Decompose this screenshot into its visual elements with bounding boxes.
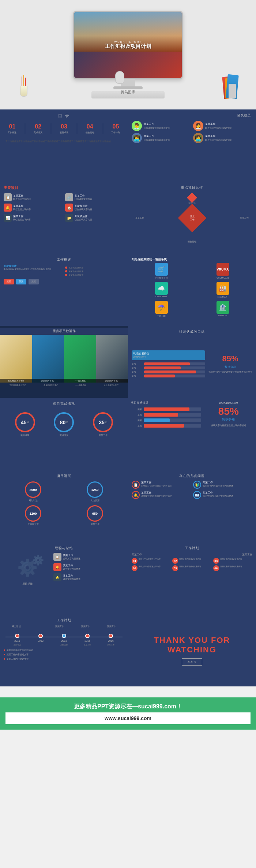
summary-icon-3: ⭐ (53, 573, 61, 581)
circle-stat-2: 80 % 完成情况 (54, 412, 74, 437)
timeline-point-2: 2012 (29, 634, 52, 644)
wp-num-5: 05 (172, 565, 178, 571)
overview-text: 工作内容描述文字工作内容描述文字工作内容描述文字内容 (4, 268, 63, 271)
data-desc: 说明文字内容描述说明文字内容描述 (211, 424, 246, 427)
slide-timeline: 工作计划 规划引进 某某工作 某某工作 某某工作 2011 规划引进 2012 … (0, 614, 128, 686)
slide-goals: 计划达成的目标 玩得越 看得住 说明内容文字 某项 某项 (128, 326, 256, 398)
overview-content: 开发和运营 工作内容描述文字工作内容描述文字工作内容描述文字内容 某某节点说明文… (4, 264, 124, 276)
data-bar-row-2: 某项 (131, 413, 201, 417)
timeline-point-1: 2011 规划引进 (5, 634, 29, 646)
goal-fill-4 (144, 375, 175, 377)
data-bar-row-4: 某项 (131, 424, 201, 428)
circle-ring-3: 35 % (93, 412, 113, 432)
overview-left: 开发和运营 工作内容描述文字工作内容描述文字工作内容描述文字内容 (4, 264, 63, 276)
toc-divider-3 (77, 123, 77, 134)
thankyou-text: THANK YOU FOR WATCHING (132, 636, 252, 655)
ins-icon-3: ☁️ (155, 282, 168, 295)
data-bar-fill-3 (144, 418, 170, 422)
goal-track-1 (144, 362, 205, 365)
photo-cell-1: 近距离服务平台千亿 (0, 335, 32, 383)
wp-item-5: 05 说明文字内容描述文字内容 (172, 565, 211, 571)
overview-timeline: 某某节点说明文字 某某节点说明文字 某某节点说明文字 (65, 264, 124, 276)
bubble-ring-4: 650 (87, 505, 103, 522)
data-bar-fill-1 (144, 407, 189, 411)
timeline-title: 工作计划 (4, 618, 124, 623)
goal-track-3 (144, 370, 205, 373)
toc-item-5: 05 工作计划 (111, 123, 120, 134)
timeline-dot-2 (38, 634, 43, 638)
toc-item-2: 02 完成情况 (34, 123, 42, 134)
toc-divider-1 (25, 123, 25, 134)
ins-item-3: ☁️ Cloud Table (132, 282, 191, 299)
timeline-desc: 某某内容描述文字内容描述 某某工作内容描述文字 某某工作内容描述文字 (4, 649, 124, 661)
project-icon-4: 🏠 (65, 204, 73, 212)
timeline-year-1: 2011 (14, 640, 20, 642)
issue-info-2: 某某工作 说明文字内容说明文字内容描述 (203, 481, 233, 488)
circle-row: 45 % 项目成果 80 % 完成情况 35 % 某某工作 (4, 409, 124, 441)
gear-visual: ⚙️ ⚙️ (13, 553, 42, 582)
issue-info-1: 某某工作 说明文字内容说明文字内容描述 (141, 481, 172, 488)
project-item-6: 📁 开发和运营 职位说明文字内容 (65, 214, 124, 222)
timeline-point-3: 2013 开始运营 (52, 634, 76, 646)
circle-stat-1: 45 % 项目成果 (15, 412, 35, 437)
ins-icon-4: 🏭 (217, 282, 229, 295)
wp-item-6: 06 说明文字内容描述文字内容 (213, 565, 252, 571)
insurance-title: 阳光保险集团统一通信系统 (132, 257, 252, 261)
summary-item-1: 📋 某某工作 说明文字内容描述 (53, 553, 124, 561)
member-info-3: 某某工作 职位说明文字内容描述文字 (144, 134, 170, 142)
promo-url[interactable]: www.sucai999.com (5, 712, 251, 724)
slide-data-analysis: 项目完成情况 某项 某项 某项 (128, 398, 256, 470)
wp-grid: 01 说明文字内容描述文字内容 02 说明文字内容描述文字内容 03 说明文字内… (132, 558, 252, 571)
bubble-ring-3: 1200 (25, 505, 41, 522)
tag-2: 某某 (16, 279, 26, 284)
team-member-4: 👩‍💻 某某工作 职位说明文字内容描述文字 (193, 133, 253, 143)
overview-label: 开发和运营 (4, 264, 63, 268)
wp-num-3: 03 (213, 558, 219, 564)
monitor-base (113, 86, 143, 89)
mouse (115, 71, 124, 84)
project-icon-5: 📊 (4, 214, 12, 222)
photo-cell-4: 企业指挥平台工厂 (96, 335, 128, 383)
pencils-decoration (223, 77, 234, 98)
issues-title: 存在的几点问题 (132, 474, 252, 478)
data-bar-fill-2 (144, 413, 178, 417)
timeline-mini-1: 某某节点说明文字 (65, 267, 124, 269)
slide-summary: 经验与总结 ⚙️ ⚙️ 项目规律 📋 某某工作 说明文字内容描述 � (0, 542, 128, 614)
bubble-val-3: 1200 (29, 512, 37, 515)
circle-val-3: 35 (99, 420, 105, 425)
timeline-year-4: 2015 (84, 640, 90, 642)
toc-item-4: 04 经验总结 (86, 123, 94, 134)
slide-work-plan: 工作计划 某某工作 某某工作 01 说明文字内容描述文字内容 02 说明文字内容… (128, 542, 256, 614)
bubble-val-2: 1250 (91, 488, 98, 492)
goal-fill-2 (144, 366, 181, 369)
diamond-bottom: 经验总结 (188, 240, 196, 243)
data-bar-track-1 (144, 407, 201, 411)
photo-label-1: 近距离服务平台千亿 (0, 379, 32, 383)
project-info-5: 某某工作 职位说明文字内容 (13, 215, 31, 221)
project-info-3: 某某工作 职位说明文字内容 (13, 204, 31, 211)
thankyou-btn[interactable]: 友 友 友 (182, 658, 203, 666)
goal-bar-1: 某项 (132, 362, 205, 366)
project-grid: 📋 某某工作 职位说明文字内容 🔗 某某工作 职位说明文字内容 🔔 某某工作 职… (4, 193, 124, 222)
bubble-val-1: 2500 (29, 488, 37, 492)
progress-title: 项目进展 (4, 474, 124, 478)
dot-3 (65, 274, 67, 276)
dot-1 (65, 267, 67, 269)
slide-issues: 存在的几点问题 📋 某某工作 说明文字内容说明文字内容描述 🔰 某某工作 说明文… (128, 470, 256, 542)
bubble-3: 1200 开发和运营 (4, 505, 63, 526)
toc-title: 目 录 (4, 113, 124, 119)
slide-thankyou: THANK YOU FOR WATCHING 友 友 友 (128, 614, 256, 686)
timeline-event-1: 规划引进 (14, 644, 21, 646)
wp-header-left: 某某工作 (132, 553, 142, 556)
summary-icon-2: 🔔 (53, 563, 61, 571)
photo-tag-2: 企业指挥平台工厂 (44, 384, 58, 386)
wp-num-4: 04 (132, 565, 138, 571)
toc-num-3: 03 (61, 123, 67, 130)
ins-icon-2: VRUMA (217, 263, 229, 276)
timeline-mini-3: 某某节点说明文字 (65, 274, 124, 276)
timeline-labels: 规划引进 某某工作 某某工作 某某工作 (4, 625, 124, 628)
circle-label-3: 某某工作 (99, 434, 108, 437)
goal-bar-3: 某项 (132, 370, 205, 374)
toc-num-2: 02 (35, 123, 41, 130)
summary-content: ⚙️ ⚙️ 项目规律 📋 某某工作 说明文字内容描述 🔔 某某工作 (4, 553, 124, 586)
